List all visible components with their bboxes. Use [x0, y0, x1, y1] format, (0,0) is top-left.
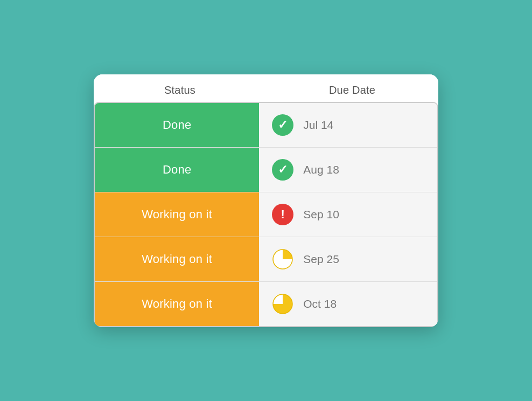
- date-text-2: Aug 18: [303, 163, 339, 176]
- date-cell-4: Sep 25: [259, 237, 437, 281]
- table-header: Status Due Date: [94, 74, 438, 102]
- status-header: Status: [94, 84, 266, 96]
- table-row: Done Aug 18: [95, 148, 437, 192]
- status-cell-4: Working on it: [95, 237, 259, 281]
- date-cell-1: Jul 14: [259, 103, 437, 147]
- date-text-3: Sep 10: [303, 208, 339, 221]
- overdue-icon-3: [272, 204, 293, 225]
- clock-svg-4: [272, 248, 293, 270]
- status-label-4: Working on it: [142, 252, 212, 266]
- date-text-4: Sep 25: [303, 253, 339, 266]
- clock-icon-4: [272, 248, 293, 270]
- table-row: Working on it Oct 18: [95, 282, 437, 326]
- date-cell-5: Oct 18: [259, 282, 437, 326]
- table-row: Done Jul 14: [95, 103, 437, 148]
- date-text-1: Jul 14: [303, 119, 333, 132]
- status-cell-1: Done: [95, 103, 259, 147]
- table-row: Working on it: [95, 237, 437, 282]
- status-cell-3: Working on it: [95, 192, 259, 237]
- date-cell-3: Sep 10: [259, 192, 437, 237]
- status-label-3: Working on it: [142, 208, 212, 222]
- exclaim-icon-3: [281, 208, 285, 222]
- date-cell-2: Aug 18: [259, 148, 437, 192]
- date-text-5: Oct 18: [303, 298, 337, 310]
- clock-svg-5: [272, 293, 293, 315]
- table-body: Done Jul 14 Done Aug 18: [94, 102, 438, 327]
- status-label-5: Working on it: [142, 297, 212, 311]
- due-date-header: Due Date: [266, 84, 438, 96]
- checkmark-icon-1: [278, 118, 288, 132]
- main-card: Status Due Date Done Jul 14 Done: [94, 74, 438, 327]
- done-icon-2: [272, 159, 293, 181]
- table-row: Working on it Sep 10: [95, 192, 437, 237]
- status-cell-2: Done: [95, 148, 259, 192]
- status-label-2: Done: [163, 163, 191, 177]
- done-icon-1: [272, 114, 293, 136]
- checkmark-icon-2: [278, 163, 288, 177]
- status-label-1: Done: [163, 118, 191, 132]
- clock-icon-5: [272, 293, 293, 315]
- status-cell-5: Working on it: [95, 282, 259, 326]
